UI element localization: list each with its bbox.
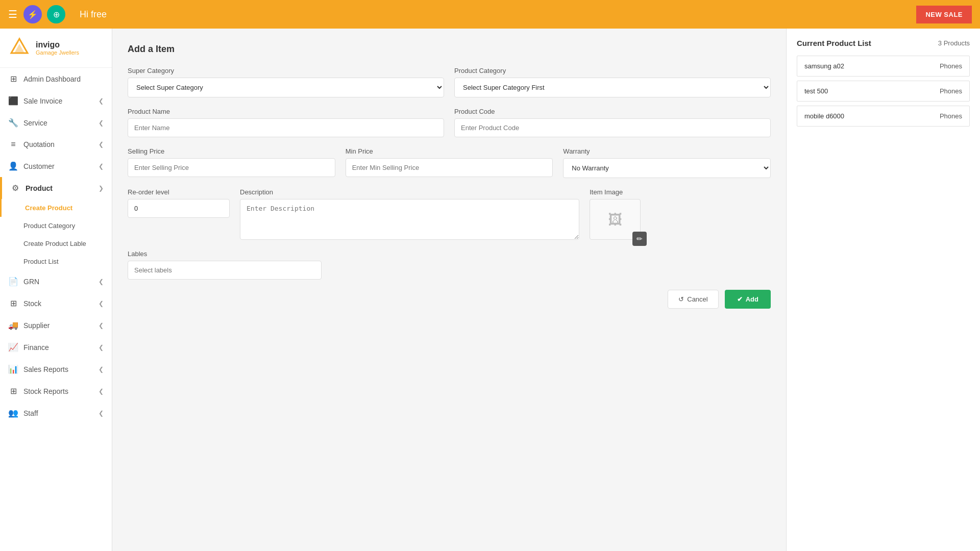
- right-panel: Current Product List 3 Products samsung …: [786, 29, 980, 551]
- image-edit-button[interactable]: ✏: [632, 232, 647, 246]
- table-icon: ⊞: [8, 386, 18, 396]
- product-name-label: Product Name: [128, 108, 444, 115]
- sidebar-subitem-create-product-label[interactable]: Create Product Lable: [0, 235, 112, 253]
- right-panel-header: Current Product List 3 Products: [797, 39, 970, 47]
- header-greeting: Hi free: [80, 9, 107, 20]
- menu-icon[interactable]: ☰: [8, 8, 17, 20]
- product-name-1: test 500: [804, 87, 828, 95]
- product-name-2: mobile d6000: [804, 112, 844, 120]
- sidebar-item-quotation[interactable]: ≡ Quotation ❮: [0, 134, 112, 155]
- product-list-item: test 500 Phones: [797, 81, 970, 102]
- chevron-stock-reports: ❮: [99, 388, 104, 395]
- plus-circle-icon-btn[interactable]: ⊕: [47, 5, 65, 23]
- chevron-staff: ❮: [99, 410, 104, 417]
- cancel-button[interactable]: ↺ Cancel: [668, 290, 718, 309]
- chevron-product: ❯: [99, 185, 104, 192]
- row-details: Re-order level 0 Description Item Image …: [128, 188, 771, 240]
- super-category-group: Super Category Select Super Category: [128, 67, 444, 97]
- reorder-input[interactable]: 0: [128, 199, 230, 218]
- product-category-1: Phones: [940, 87, 962, 95]
- logo-sub: Gamage Jwellers: [36, 49, 79, 56]
- warranty-label: Warranty: [563, 147, 771, 155]
- row-labels: Lables: [128, 250, 771, 280]
- sidebar-label-product: Product: [26, 184, 53, 192]
- product-category-0: Phones: [940, 62, 962, 70]
- sidebar-item-stock-reports[interactable]: ⊞ Stock Reports ❮: [0, 380, 112, 402]
- document-icon: 📄: [8, 277, 18, 286]
- sidebar-label-grn: GRN: [23, 278, 39, 286]
- staff-icon: 👥: [8, 408, 18, 418]
- description-textarea[interactable]: [240, 199, 579, 240]
- header-icons: ⚡ ⊕: [23, 5, 65, 23]
- edit-icon: ✏: [636, 235, 643, 243]
- form-title: Add a Item: [128, 44, 771, 55]
- chevron-quotation: ❮: [99, 141, 104, 148]
- row-pricing: Selling Price Min Price Warranty No Warr…: [128, 147, 771, 178]
- labels-input[interactable]: [128, 261, 322, 280]
- super-category-select[interactable]: Select Super Category: [128, 78, 444, 97]
- right-panel-title: Current Product List: [797, 39, 871, 47]
- lightning-icon-btn[interactable]: ⚡: [23, 5, 42, 23]
- warranty-select[interactable]: No Warranty 1 Month 3 Months 6 Months 1 …: [563, 158, 771, 178]
- sidebar-item-sales-reports[interactable]: 📊 Sales Reports ❮: [0, 358, 112, 380]
- image-placeholder-icon: 🖼: [608, 211, 622, 228]
- camera-icon: ⬛: [8, 96, 18, 106]
- product-code-group: Product Code: [454, 108, 771, 137]
- product-name-input[interactable]: [128, 118, 444, 137]
- product-category-select[interactable]: Select Super Category First: [454, 78, 771, 97]
- sidebar-label-sales-reports: Sales Reports: [23, 365, 68, 373]
- product-name-group: Product Name: [128, 108, 444, 137]
- list-icon: ≡: [8, 140, 18, 149]
- product-list-item: samsung a02 Phones: [797, 56, 970, 77]
- selling-price-label: Selling Price: [128, 147, 335, 155]
- grid-icon: ⊞: [8, 74, 18, 84]
- min-price-input[interactable]: [346, 158, 553, 177]
- sidebar-subitem-product-category[interactable]: Product Category: [0, 217, 112, 235]
- chevron-service: ❮: [99, 119, 104, 127]
- min-price-label: Min Price: [346, 147, 553, 155]
- cancel-label: Cancel: [687, 295, 707, 303]
- product-list-item: mobile d6000 Phones: [797, 106, 970, 127]
- super-category-label: Super Category: [128, 67, 444, 74]
- add-button[interactable]: ✔ Add: [725, 290, 771, 309]
- sidebar-item-finance[interactable]: 📈 Finance ❮: [0, 336, 112, 358]
- sidebar-item-product[interactable]: ⚙ Product ❯: [0, 177, 112, 199]
- product-code-label: Product Code: [454, 108, 771, 115]
- min-price-group: Min Price: [346, 147, 553, 178]
- product-submenu: Create Product Product Category Create P…: [0, 199, 112, 270]
- chart-icon: 📈: [8, 342, 18, 352]
- sidebar-item-supplier[interactable]: 🚚 Supplier ❮: [0, 314, 112, 336]
- sidebar-item-service[interactable]: 🔧 Service ❮: [0, 112, 112, 134]
- sidebar-subitem-product-list[interactable]: Product List: [0, 253, 112, 270]
- chevron-sale-invoice: ❮: [99, 97, 104, 105]
- sidebar-item-admin-dashboard[interactable]: ⊞ Admin Dashboard: [0, 68, 112, 90]
- sidebar-label-customer: Customer: [23, 162, 55, 170]
- product-count: 3 Products: [938, 39, 970, 47]
- product-category-group: Product Category Select Super Category F…: [454, 67, 771, 97]
- reorder-label: Re-order level: [128, 188, 230, 196]
- item-image-label: Item Image: [590, 188, 623, 196]
- selling-price-input[interactable]: [128, 158, 335, 177]
- sidebar-label-admin-dashboard: Admin Dashboard: [23, 75, 81, 83]
- sidebar-item-staff[interactable]: 👥 Staff ❮: [0, 402, 112, 424]
- sidebar-label-supplier: Supplier: [23, 321, 50, 330]
- sidebar-label-service: Service: [23, 119, 47, 127]
- sidebar-label-quotation: Quotation: [23, 140, 55, 148]
- sidebar-item-sale-invoice[interactable]: ⬛ Sale Invoice ❮: [0, 90, 112, 112]
- product-code-input[interactable]: [454, 118, 771, 137]
- warranty-group: Warranty No Warranty 1 Month 3 Months 6 …: [563, 147, 771, 178]
- sidebar-item-stock[interactable]: ⊞ Stock ❮: [0, 292, 112, 314]
- sidebar-subitem-create-product[interactable]: Create Product: [0, 199, 112, 217]
- chevron-sales-reports: ❮: [99, 366, 104, 373]
- sidebar-item-customer[interactable]: 👤 Customer ❮: [0, 155, 112, 177]
- product-name-0: samsung a02: [804, 62, 844, 70]
- wrench-icon: 🔧: [8, 118, 18, 128]
- sidebar-label-finance: Finance: [23, 343, 49, 352]
- selling-price-group: Selling Price: [128, 147, 335, 178]
- row-name-code: Product Name Product Code: [128, 108, 771, 137]
- new-sale-button[interactable]: NEW SALE: [916, 6, 972, 23]
- sidebar-item-grn[interactable]: 📄 GRN ❮: [0, 270, 112, 292]
- chevron-grn: ❮: [99, 278, 104, 285]
- sidebar: invigo Gamage Jwellers ⊞ Admin Dashboard…: [0, 29, 112, 551]
- bar-chart-icon: 📊: [8, 364, 18, 374]
